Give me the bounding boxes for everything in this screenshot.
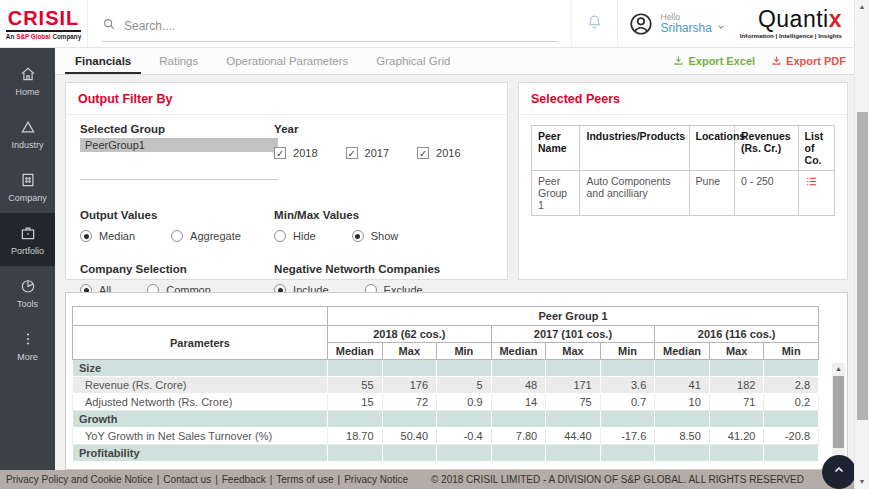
radio-option-show[interactable]: Show (352, 230, 399, 242)
radio-icon (171, 230, 183, 242)
output-filter-title: Output Filter By (66, 83, 507, 115)
selected-group-listbox[interactable]: PeerGroup1 (80, 138, 278, 180)
checkbox-icon: ✓ (417, 147, 429, 159)
company-icon (19, 171, 37, 189)
table-scrollbar-thumb[interactable] (833, 376, 844, 448)
chevron-up-icon (832, 463, 846, 481)
industry-icon (19, 118, 37, 136)
footer-link[interactable]: Contact us (163, 474, 211, 485)
table-row: YoY Growth in Net Sales Turnover (%)18.7… (73, 428, 819, 445)
year-checkbox-2017[interactable]: ✓2017 (346, 147, 389, 159)
sidebar-item-label: More (17, 352, 38, 362)
username-label: Sriharsha (661, 22, 712, 35)
value-cell: 3.6 (600, 377, 655, 394)
selected-group-label: Selected Group (80, 123, 274, 135)
value-cell: 72 (382, 394, 437, 411)
value-cell: 10 (655, 394, 710, 411)
parameters-header: Parameters (73, 326, 328, 360)
value-cell: 182 (709, 377, 764, 394)
locations-cell: Pune (689, 171, 734, 216)
tools-icon (19, 277, 37, 295)
crisil-logo[interactable]: CRISIL An S&P Global Company (0, 0, 88, 47)
industries-cell: Auto Components and ancilliary (580, 171, 689, 216)
value-cell: 75 (546, 394, 601, 411)
checkbox-label: 2016 (436, 147, 460, 159)
export-excel-button[interactable]: Export Excel (673, 55, 755, 68)
user-menu[interactable]: Hello Sriharsha (617, 0, 736, 47)
radio-group-label: Negative Networth Companies (274, 263, 493, 275)
notifications-button[interactable] (571, 0, 617, 47)
radio-option-median[interactable]: Median (80, 230, 135, 242)
export-pdf-button[interactable]: Export PDF (771, 55, 846, 68)
tab-bar: FinancialsRatingsOperational ParametersG… (55, 48, 854, 75)
page-scrollbar-thumb[interactable] (857, 112, 868, 420)
tab-financials[interactable]: Financials (65, 48, 141, 74)
radio-icon (352, 230, 364, 242)
value-cell: 18.70 (328, 428, 383, 445)
sidebar-item-label: Portfolio (11, 246, 44, 256)
stat-column-header: Max (709, 343, 764, 360)
stat-column-header: Max (546, 343, 601, 360)
table-row: Adjusted Networth (Rs. Crore)15720.91475… (73, 394, 819, 411)
quantix-wordmark: Quantix (758, 8, 842, 31)
radio-option-hide[interactable]: Hide (274, 230, 316, 242)
footer-link[interactable]: Privacy Notice (344, 474, 408, 485)
footer-separator: | (215, 474, 218, 485)
value-cell: -20.8 (764, 428, 819, 445)
checkbox-label: 2018 (293, 147, 317, 159)
peer-name-cell: Peer Group 1 (532, 171, 580, 216)
radio-label: Show (371, 230, 399, 242)
value-cell: -17.6 (600, 428, 655, 445)
radio-icon (80, 230, 92, 242)
sidebar-item-home[interactable]: Home (0, 54, 55, 107)
list-of-companies-button[interactable] (798, 171, 834, 216)
page-scroll-down-arrow[interactable]: ▼ (855, 475, 869, 489)
tab-ratings[interactable]: Ratings (149, 48, 208, 74)
radio-label: Aggregate (190, 230, 241, 242)
year-checkbox-2016[interactable]: ✓2016 (417, 147, 460, 159)
scrollbar-up-arrow[interactable]: ▲ (832, 363, 845, 375)
sidebar-item-industry[interactable]: Industry (0, 107, 55, 160)
table-scrollbar[interactable]: ▲ (832, 363, 845, 466)
value-cell: 48 (491, 377, 546, 394)
stat-column-header: Min (764, 343, 819, 360)
listbox-option[interactable]: PeerGroup1 (80, 138, 278, 152)
footer-link[interactable]: Privacy Policy and Cookie Notice (6, 474, 153, 485)
value-cell: 41 (655, 377, 710, 394)
sidebar-item-portfolio[interactable]: Portfolio (0, 213, 55, 266)
sidebar-item-more[interactable]: More (0, 319, 55, 372)
portfolio-icon (19, 224, 37, 242)
value-cell: 2.8 (764, 377, 819, 394)
user-avatar-icon (628, 11, 654, 37)
sidebar-item-tools[interactable]: Tools (0, 266, 55, 319)
peers-column-header: Revenues (Rs. Cr.) (734, 126, 798, 171)
footer-separator: | (157, 474, 160, 485)
value-cell: 0.2 (764, 394, 819, 411)
value-cell: 0.7 (600, 394, 655, 411)
sidebar-item-company[interactable]: Company (0, 160, 55, 213)
page-scrollbar[interactable]: ▲ ▼ (854, 0, 869, 489)
peers-column-header: Industries/Products (580, 126, 689, 171)
sidebar-item-label: Company (8, 193, 47, 203)
year-group-header: 2017 (101 cos.) (491, 326, 655, 343)
scroll-to-top-button[interactable] (822, 455, 856, 489)
radio-option-aggregate[interactable]: Aggregate (171, 230, 241, 242)
value-cell: 50.40 (382, 428, 437, 445)
stat-column-header: Median (491, 343, 546, 360)
radio-label: Hide (293, 230, 316, 242)
footer-link[interactable]: Terms of use (276, 474, 333, 485)
year-checkbox-2018[interactable]: ✓2018 (274, 147, 317, 159)
parameter-label: Adjusted Networth (Rs. Crore) (73, 394, 328, 411)
parameters-table-panel: Peer Group 1Parameters2018 (62 cos.)2017… (65, 292, 848, 470)
tab-operational-parameters[interactable]: Operational Parameters (216, 48, 358, 74)
app-window: CRISIL An S&P Global Company Hello Sriha… (0, 0, 869, 489)
value-cell: 14 (491, 394, 546, 411)
top-header: CRISIL An S&P Global Company Hello Sriha… (0, 0, 854, 48)
section-label: Size (73, 360, 328, 377)
search-input[interactable] (124, 19, 557, 33)
value-cell: 55 (328, 377, 383, 394)
page-scroll-up-arrow[interactable]: ▲ (855, 0, 869, 14)
footer-link[interactable]: Feedback (222, 474, 266, 485)
value-cell: 41.20 (709, 428, 764, 445)
tab-graphical-grid[interactable]: Graphical Grid (366, 48, 460, 74)
